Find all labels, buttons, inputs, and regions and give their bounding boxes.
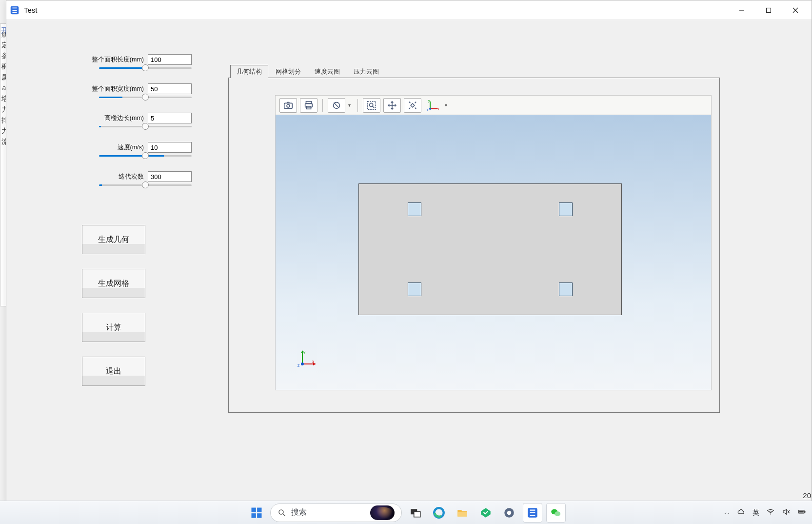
viewer-area: 几何结构 网格划分 速度云图 压力云图 [228,64,720,413]
axis-orientation-button[interactable]: y x z [424,98,442,113]
svg-point-6 [287,104,290,107]
search-icon [277,508,286,517]
start-button[interactable] [247,503,266,523]
triad-z-label: z [297,363,300,368]
svg-rect-36 [457,511,467,516]
fit-view-button[interactable] [404,98,421,113]
generate-mesh-button[interactable]: 生成网格 [82,269,145,298]
svg-point-42 [770,514,771,515]
taskbar-search[interactable]: 搜索 [270,504,402,522]
geometry-model [358,183,622,315]
svg-rect-34 [414,511,420,517]
compute-button[interactable]: 计算 [82,313,145,342]
width-slider[interactable] [99,96,192,98]
taskbar-app-wechat[interactable] [546,503,566,523]
svg-text:x: x [437,107,439,111]
svg-rect-5 [284,103,293,108]
hole-top-left [408,202,421,216]
svg-rect-27 [251,507,256,512]
action-buttons: 生成几何 生成网格 计算 退出 [82,225,145,401]
svg-point-20 [429,108,431,110]
hole-bottom-left [408,282,421,296]
viewport-3d[interactable]: ▾ [275,95,712,390]
scene-triad: y x z [297,348,317,368]
svg-line-14 [373,106,375,108]
length-label: 整个面积长度(mm) [92,56,144,64]
windows-taskbar: 搜索 ︿ 英 [0,501,812,524]
svg-rect-28 [257,507,261,512]
width-label: 整个面积宽度(mm) [92,85,144,93]
taskbar-app-current[interactable] [523,503,542,523]
svg-rect-30 [257,513,261,518]
titlebar: Test [6,0,812,20]
svg-rect-47 [805,511,806,513]
svg-text:z: z [427,108,429,112]
system-tray: ︿ 英 [724,507,806,518]
width-input[interactable] [148,83,192,94]
axis-orientation-dropdown[interactable]: ▾ [443,102,449,108]
tower-input[interactable] [148,113,192,123]
speed-slider[interactable] [99,155,192,157]
taskbar-app-explorer[interactable] [453,503,472,523]
svg-rect-15 [411,103,415,107]
tab-velocity[interactable]: 速度云图 [308,65,346,78]
close-button[interactable] [782,0,809,20]
tower-slider[interactable] [99,125,192,127]
tray-volume-icon[interactable] [782,507,791,518]
shading-mode-dropdown[interactable]: ▾ [346,102,353,108]
svg-point-13 [369,103,373,106]
tab-geometry[interactable]: 几何结构 [230,65,268,78]
tray-battery-icon[interactable] [797,507,806,518]
tab-strip: 几何结构 网格划分 速度云图 压力云图 [228,64,720,78]
triad-x-label: x [312,359,315,364]
svg-rect-2 [766,8,771,12]
tray-cloud-icon[interactable] [737,507,746,518]
search-orb-icon [370,505,395,520]
taskbar-app-green[interactable] [476,503,495,523]
tower-label: 高楼边长(mm) [104,114,144,122]
iter-slider[interactable] [99,184,192,186]
shading-mode-button[interactable] [328,98,345,113]
task-view-button[interactable] [406,503,425,523]
parameter-panel: 整个面积长度(mm) 整个面积宽度(mm) 高楼边长(mm) 速度(m/s) 迭… [65,54,192,201]
window-title: Test [24,6,38,14]
length-slider[interactable] [99,67,192,69]
tray-ime-indicator[interactable]: 英 [753,508,759,517]
tray-overflow-button[interactable]: ︿ [724,508,730,517]
tab-mesh[interactable]: 网格划分 [269,65,307,78]
app-body: 整个面积长度(mm) 整个面积宽度(mm) 高楼边长(mm) 速度(m/s) 迭… [6,20,812,503]
hole-bottom-right [559,282,573,296]
pan-button[interactable] [383,98,401,113]
svg-text:y: y [428,99,430,103]
toolbar-separator [322,99,323,112]
generate-geometry-button[interactable]: 生成几何 [82,225,145,254]
svg-rect-29 [251,513,256,518]
length-input[interactable] [148,54,192,65]
svg-point-31 [279,510,283,514]
speed-input[interactable] [148,142,192,153]
iter-input[interactable] [148,171,192,182]
toolbar-separator [357,99,358,112]
print-button[interactable] [300,98,317,113]
minimize-button[interactable] [728,0,755,20]
tray-wifi-icon[interactable] [766,507,775,518]
taskbar-app-browser[interactable] [499,503,519,523]
zoom-window-button[interactable] [363,98,380,113]
svg-line-11 [334,102,339,108]
speed-label: 速度(m/s) [118,143,144,152]
app-window: Test 整个面积长度(mm) 整个面积宽度(mm) 高楼边长( [6,0,812,504]
taskbar-app-edge[interactable] [429,503,449,523]
exit-button[interactable]: 退出 [82,357,145,386]
svg-line-32 [283,514,285,516]
tab-pressure[interactable]: 压力云图 [347,65,385,78]
viewport-toolbar: ▾ [276,96,711,115]
svg-rect-46 [799,511,804,513]
screenshot-button[interactable] [279,98,297,113]
app-icon [9,5,20,16]
tab-content: ▾ [228,78,720,413]
svg-rect-9 [306,106,311,109]
maximize-button[interactable] [755,0,782,20]
hole-top-right [559,202,573,216]
svg-point-26 [301,363,304,365]
svg-rect-12 [368,101,376,109]
